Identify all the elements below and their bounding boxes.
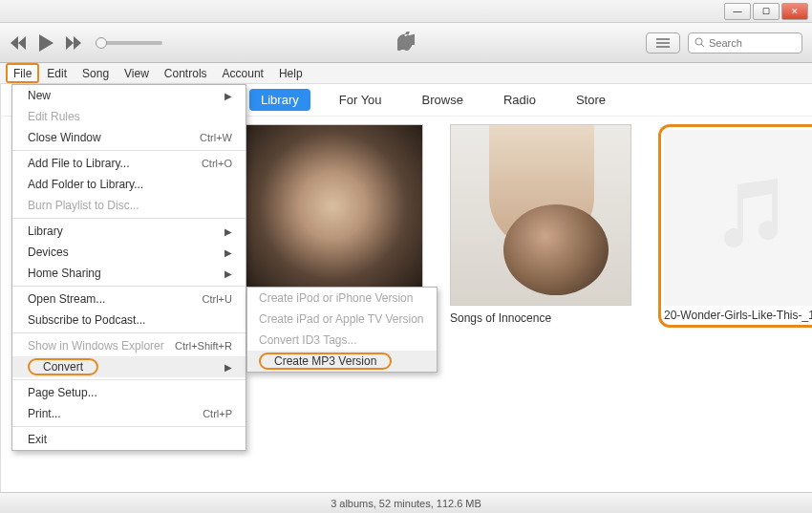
window-maximize-button[interactable]: ☐	[753, 3, 780, 20]
play-button[interactable]	[36, 33, 55, 53]
convert-submenu: Create iPod or iPhone VersionCreate iPad…	[246, 287, 438, 373]
volume-slider[interactable]	[96, 41, 162, 45]
album-title: Songs of Innocence	[450, 311, 631, 325]
file-menu-item[interactable]: Library▶	[12, 221, 246, 242]
list-view-button[interactable]	[646, 32, 680, 53]
file-menu-item[interactable]: Page Setup...	[12, 382, 246, 403]
file-menu-item[interactable]: Home Sharing▶	[12, 263, 246, 284]
window-titlebar: — ☐ ✕	[0, 0, 812, 23]
tab-browse[interactable]: Browse	[411, 89, 475, 111]
menu-help[interactable]: Help	[271, 63, 310, 83]
menu-bar: File Edit Song View Controls Account Hel…	[0, 63, 812, 84]
file-menu-item: Show in Windows ExplorerCtrl+Shift+R	[12, 335, 246, 356]
file-menu-item[interactable]: Print...Ctrl+P	[12, 403, 246, 424]
tab-radio[interactable]: Radio	[492, 89, 547, 111]
file-menu-item[interactable]: Add Folder to Library...	[12, 174, 246, 195]
file-menu-item[interactable]: Close WindowCtrl+W	[12, 127, 246, 148]
convert-submenu-item[interactable]: Create MP3 Version	[247, 351, 437, 372]
tab-for-you[interactable]: For You	[328, 89, 394, 111]
file-menu-item[interactable]: Exit	[12, 429, 246, 450]
album-item[interactable]: 20-Wonder-Girls-Like-This-_1_	[658, 124, 812, 328]
svg-point-0	[695, 38, 702, 45]
apple-logo-icon	[397, 32, 415, 54]
player-toolbar	[0, 23, 812, 63]
album-artwork[interactable]	[450, 124, 631, 306]
previous-track-button[interactable]	[10, 36, 27, 50]
file-menu-item: Burn Playlist to Disc...	[12, 195, 246, 216]
search-field[interactable]	[688, 32, 802, 53]
album-artwork-placeholder[interactable]	[664, 130, 812, 306]
next-track-button[interactable]	[65, 36, 82, 50]
menu-controls[interactable]: Controls	[157, 63, 215, 83]
tab-library[interactable]: Library	[249, 89, 310, 111]
status-bar: 3 albums, 52 minutes, 112.6 MB	[0, 492, 812, 513]
album-artwork[interactable]	[242, 124, 423, 306]
svg-line-1	[701, 44, 704, 47]
file-menu-item[interactable]: New▶	[12, 85, 246, 106]
search-icon	[694, 37, 705, 48]
album-title: 20-Wonder-Girls-Like-This-_1_	[664, 309, 812, 322]
album-item[interactable]: Songs of Innocence	[450, 124, 631, 328]
convert-submenu-item: Create iPod or iPhone Version	[247, 288, 437, 309]
file-menu-item[interactable]: Devices▶	[12, 242, 246, 263]
file-menu-item: Edit Rules	[12, 106, 246, 127]
file-menu-item[interactable]: Subscribe to Podcast...	[12, 310, 246, 331]
volume-knob[interactable]	[96, 37, 107, 49]
file-menu-item[interactable]: Open Stream...Ctrl+U	[12, 289, 246, 310]
file-menu-dropdown: New▶Edit RulesClose WindowCtrl+WAdd File…	[11, 84, 246, 451]
file-menu-item[interactable]: Add File to Library...Ctrl+O	[12, 153, 246, 174]
window-close-button[interactable]: ✕	[781, 3, 808, 20]
music-note-icon	[709, 175, 795, 261]
tab-store[interactable]: Store	[565, 89, 617, 111]
menu-file[interactable]: File	[6, 63, 39, 83]
menu-account[interactable]: Account	[215, 63, 271, 83]
convert-submenu-item: Convert ID3 Tags...	[247, 330, 437, 351]
search-input[interactable]	[709, 37, 785, 49]
file-menu-item[interactable]: Convert▶	[12, 356, 246, 377]
menu-song[interactable]: Song	[75, 63, 117, 83]
menu-view[interactable]: View	[117, 63, 157, 83]
menu-edit[interactable]: Edit	[39, 63, 75, 83]
convert-submenu-item: Create iPad or Apple TV Version	[247, 309, 437, 330]
window-minimize-button[interactable]: —	[724, 3, 751, 20]
